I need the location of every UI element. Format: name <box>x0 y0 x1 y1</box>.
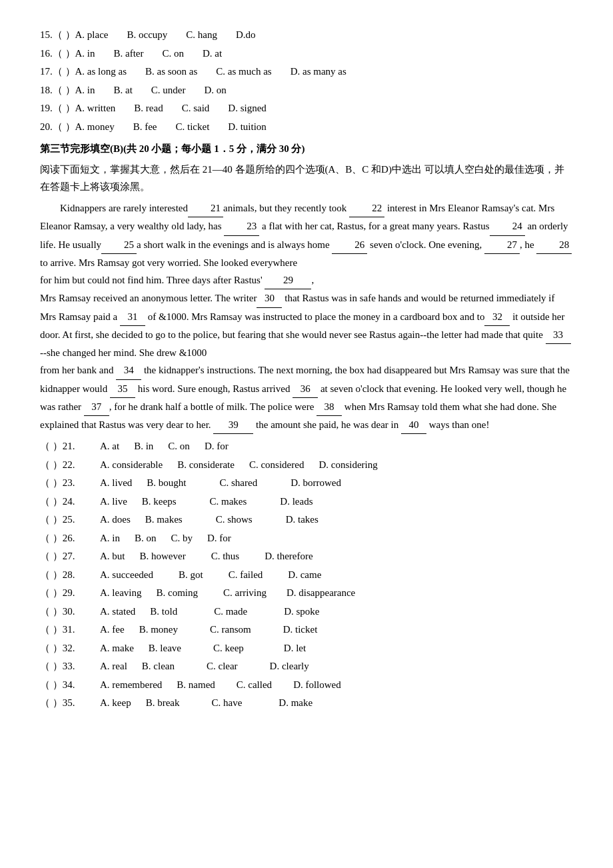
c33-opt-a: A. real <box>100 658 127 675</box>
q18-options: A. in B. at C. under D. on <box>75 82 245 99</box>
blank-28: 28 <box>536 236 572 254</box>
q20-num: 20.（ ） <box>40 119 75 136</box>
c27-opt-a: A. but <box>100 548 125 565</box>
c21-opt-d: D. for <box>205 438 229 455</box>
c33-opt-d: D. clearly <box>270 658 309 675</box>
passage-line3: Mrs Ramsay received an anonymous letter.… <box>40 289 573 361</box>
c22-opt-d: D. considering <box>318 457 377 474</box>
blank-38: 38 <box>316 398 342 416</box>
q17-opt-c: C. as much as <box>216 63 271 81</box>
c32-opt-c: C. keep <box>213 640 244 657</box>
passage-line2: for him but could not find him. Three da… <box>40 271 573 289</box>
c21-opt-a: A. at <box>100 438 119 455</box>
q19-opt-c: C. said <box>182 100 210 117</box>
choice-34: （ ）34. A. remembered B. named C. called … <box>40 677 573 694</box>
choice-25: （ ）25. A. does B. makes C. shows D. take… <box>40 511 573 529</box>
c27-opt-d: D. therefore <box>265 548 312 565</box>
c29-opt-b: B. coming <box>156 585 198 602</box>
passage-p4e: , for he drank half a bottle of milk. Th… <box>109 401 316 412</box>
q15-options: A. place B. occupy C. hang D.do <box>75 27 275 44</box>
blank-23: 23 <box>224 217 259 235</box>
c25-opt-a: A. does <box>100 511 131 529</box>
q17-opt-a: A. as long as <box>75 63 127 81</box>
choice-30: （ ）30. A. stated B. told C. made D. spok… <box>40 603 573 621</box>
q17-opt-b: B. as soon as <box>145 63 197 81</box>
passage-p3e: --she changed her mind. She drew &1000 <box>40 347 207 358</box>
c24-opt-b: B. keeps <box>142 493 177 511</box>
c32-opt-a: A. make <box>100 640 134 657</box>
c25-opt-c: C. shows <box>216 511 253 529</box>
q20-opt-c: C. ticket <box>176 119 210 136</box>
q19-opt-d: D. signed <box>228 100 267 117</box>
c23-num: （ ）23. <box>40 475 100 492</box>
c31-opt-b: B. money <box>139 621 178 639</box>
c32-opt-d: D. let <box>284 640 306 657</box>
passage-p4c: his word. Sure enough, Rastus arrived <box>135 383 293 394</box>
c21-opt-c: C. on <box>168 438 190 455</box>
c28-opt-d: D. came <box>288 567 321 584</box>
q16-num: 16.（ ） <box>40 45 75 63</box>
c22-opt-b: B. considerate <box>177 457 235 474</box>
blank-29: 29 <box>265 271 311 289</box>
choice-22: （ ）22. A. considerable B. considerate C.… <box>40 457 573 474</box>
c34-num: （ ）34. <box>40 677 100 694</box>
c31-opt-c: C. ransom <box>210 621 251 639</box>
c35-opt-b: B. break <box>146 695 180 712</box>
q20-opt-a: A. money <box>75 119 115 136</box>
question-18: 18.（ ） A. in B. at C. under D. on <box>40 82 573 99</box>
passage-p1i: to arrive. Mrs Ramsay got very worried. … <box>40 257 297 268</box>
c30-opt-c: C. made <box>214 603 247 621</box>
c31-opt-a: A. fee <box>100 621 125 639</box>
question-16: 16.（ ） A. in B. after C. on D. at <box>40 45 573 63</box>
choice-23: （ ）23. A. lived B. bought C. shared D. b… <box>40 475 573 492</box>
choice-27: （ ）27. A. but B. however C. thus D. ther… <box>40 548 573 565</box>
choice-21: （ ）21. A. at B. in C. on D. for <box>40 438 573 455</box>
blank-32: 32 <box>484 308 510 326</box>
c24-opt-c: C. makes <box>210 493 247 511</box>
c21-num: （ ）21. <box>40 438 100 455</box>
question-17: 17.（ ） A. as long as B. as soon as C. as… <box>40 63 573 81</box>
c26-opt-b: B. on <box>135 530 157 547</box>
c34-opt-d: D. followed <box>293 677 341 694</box>
c29-opt-c: C. arriving <box>223 585 267 602</box>
c29-opt-a: A. leaving <box>100 585 141 602</box>
q16-opt-b: B. after <box>114 45 144 63</box>
c25-opt-d: D. takes <box>286 511 318 529</box>
q16-opt-c: C. on <box>162 45 184 63</box>
c28-opt-b: B. got <box>179 567 203 584</box>
c22-num: （ ）22. <box>40 457 100 474</box>
q18-opt-c: C. under <box>151 82 186 99</box>
blank-31: 31 <box>120 308 145 326</box>
passage-p3: Mrs Ramsay received an anonymous letter.… <box>40 293 257 303</box>
passage-line4: from her bank and 34 the kidnapper's ins… <box>40 361 573 434</box>
c34-opt-c: C. called <box>237 677 272 694</box>
c33-opt-b: B. clean <box>142 658 175 675</box>
c22-opt-a: A. considerable <box>100 457 163 474</box>
passage-p1f: a short walk in the evenings and is alwa… <box>137 239 332 250</box>
q17-num: 17.（ ） <box>40 63 75 81</box>
instruction: 阅读下面短文，掌握其大意，然后在 21—40 各题所给的四个选项(A、B、C 和… <box>40 161 573 196</box>
passage-p1: Kidnappers are rarely interested <box>60 203 188 213</box>
c23-opt-a: A. lived <box>100 475 132 492</box>
c28-num: （ ）28. <box>40 567 100 584</box>
c23-opt-b: B. bought <box>147 475 186 492</box>
c25-num: （ ）25. <box>40 511 100 529</box>
question-20: 20.（ ） A. money B. fee C. ticket D. tuit… <box>40 119 573 136</box>
choice-24: （ ）24. A. live B. keeps C. makes D. lead… <box>40 493 573 511</box>
passage-p2b: , <box>311 275 314 285</box>
choice-28: （ ）28. A. succeeded B. got C. failed D. … <box>40 567 573 584</box>
choice-29: （ ）29. A. leaving B. coming C. arriving … <box>40 585 573 602</box>
c30-num: （ ）30. <box>40 603 100 621</box>
blank-34: 34 <box>116 361 141 379</box>
c30-opt-b: B. told <box>150 603 177 621</box>
c25-opt-b: B. makes <box>145 511 183 529</box>
blank-21: 21 <box>188 199 223 217</box>
q15-opt-c: C. hang <box>186 27 217 44</box>
q20-opt-b: B. fee <box>133 119 157 136</box>
blank-26: 26 <box>332 236 367 254</box>
q15-opt-b: B. occupy <box>127 27 167 44</box>
q19-opt-b: B. read <box>134 100 163 117</box>
passage-p1b: animals, but they recently took <box>223 203 349 213</box>
q20-opt-d: D. tuition <box>228 119 267 136</box>
passage-p1d: a flat with her cat, Rastus, for a great… <box>259 221 489 231</box>
